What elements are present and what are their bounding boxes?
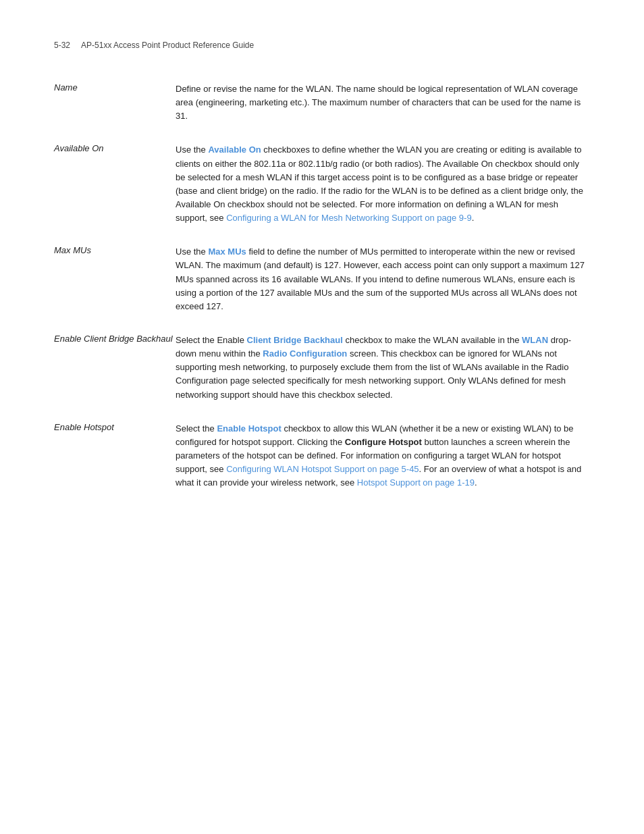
label-enable-client-bridge-backhaul: Enable Client Bridge Backhaul (54, 334, 176, 422)
bold-span: Configure Hotspot (345, 437, 422, 447)
table-row-max-mus: Max MUsUse the Max MUs field to define t… (54, 245, 590, 334)
page-title: AP-51xx Access Point Product Reference G… (81, 41, 254, 50)
label-enable-hotspot: Enable Hotspot (54, 422, 176, 511)
label-max-mus: Max MUs (54, 245, 176, 334)
table-row-enable-client-bridge-backhaul: Enable Client Bridge BackhaulSelect the … (54, 334, 590, 422)
bold-blue-span: Available On (208, 145, 261, 155)
text-span: . (475, 477, 477, 488)
label-name: Name (54, 82, 176, 143)
text-span: . (472, 213, 475, 223)
desc-available-on: Use the Available On checkboxes to defin… (176, 143, 590, 245)
text-span: Select the (176, 423, 217, 434)
table-row-enable-hotspot: Enable HotspotSelect the Enable Hotspot … (54, 422, 590, 511)
text-span: checkbox to make the WLAN available in t… (343, 335, 522, 345)
bold-blue-span: WLAN (522, 335, 548, 345)
table-row-available-on: Available OnUse the Available On checkbo… (54, 143, 590, 245)
text-span: Select the Enable (176, 335, 247, 345)
page-number: 5-32 (54, 41, 70, 50)
bold-blue-span: Max MUs (208, 246, 246, 257)
content-table: NameDefine or revise the name for the WL… (54, 82, 590, 510)
desc-enable-client-bridge-backhaul: Select the Enable Client Bridge Backhaul… (176, 334, 590, 422)
desc-enable-hotspot: Select the Enable Hotspot checkbox to al… (176, 422, 590, 511)
text-span: checkboxes to define whether the WLAN yo… (176, 145, 583, 223)
bold-blue-span: Enable Hotspot (217, 423, 281, 434)
text-span: Use the (176, 145, 208, 155)
link-available-on[interactable]: Configuring a WLAN for Mesh Networking S… (226, 213, 471, 223)
desc-name: Define or revise the name for the WLAN. … (176, 82, 590, 143)
table-row-name: NameDefine or revise the name for the WL… (54, 82, 590, 143)
desc-max-mus: Use the Max MUs field to define the numb… (176, 245, 590, 334)
link-enable-hotspot[interactable]: Hotspot Support on page 1-19 (357, 477, 475, 488)
label-available-on: Available On (54, 143, 176, 245)
text-span: Define or revise the name for the WLAN. … (176, 84, 581, 121)
bold-blue-span: Radio Configuration (263, 348, 347, 359)
text-span: Use the (176, 246, 208, 257)
page: 5-32 AP-51xx Access Point Product Refere… (0, 0, 644, 834)
bold-blue-span: Client Bridge Backhaul (247, 335, 343, 345)
link-enable-hotspot[interactable]: Configuring WLAN Hotspot Support on page… (226, 464, 419, 474)
page-header: 5-32 AP-51xx Access Point Product Refere… (54, 41, 590, 55)
